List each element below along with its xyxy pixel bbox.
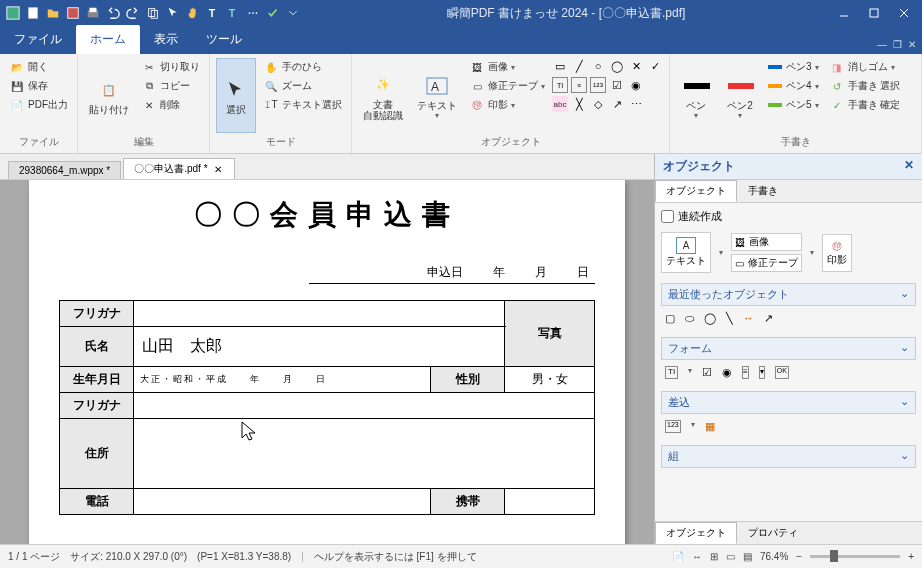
side-tab-object[interactable]: オブジェクト	[655, 180, 737, 202]
qat-dropdown-icon[interactable]	[284, 4, 302, 22]
qat-text2-icon[interactable]: T	[224, 4, 242, 22]
dimline-icon[interactable]: ↔	[743, 312, 754, 325]
form-combo-icon[interactable]: ▾	[759, 366, 765, 379]
sp-btab-property[interactable]: プロパティ	[737, 522, 809, 544]
oval-icon[interactable]: ⬭	[685, 312, 694, 325]
qat-open-icon[interactable]	[44, 4, 62, 22]
circle-icon[interactable]: ◯	[704, 312, 716, 325]
qat-more-icon[interactable]	[244, 4, 262, 22]
doc-tab-1[interactable]: 29380664_m.wppx *	[8, 161, 121, 179]
status-icon3[interactable]: ⊞	[710, 551, 718, 562]
qat-print-icon[interactable]	[84, 4, 102, 22]
qat-app-icon[interactable]	[4, 4, 22, 22]
pdfout-button[interactable]: 📄PDF出力	[6, 96, 71, 114]
copy-button[interactable]: ⧉コピー	[138, 77, 203, 95]
sp-section-group[interactable]: 組⌄	[661, 445, 916, 468]
maximize-button[interactable]	[860, 3, 888, 23]
highlight-icon[interactable]: abc	[552, 96, 568, 112]
line-icon[interactable]: ╲	[726, 312, 733, 325]
text-button[interactable]: Aテキスト▾	[412, 58, 462, 133]
arrow-icon[interactable]: ↗	[609, 96, 625, 112]
qat-undo-icon[interactable]	[104, 4, 122, 22]
shape-circle-icon[interactable]: ◯	[609, 58, 625, 74]
menu-tool[interactable]: ツール	[192, 25, 256, 54]
qat-copy-icon[interactable]	[144, 4, 162, 22]
name-value[interactable]: 山田 太郎	[134, 327, 505, 367]
autorecog-button[interactable]: ✨文書 自動認識	[358, 58, 408, 133]
mdi-restore-icon[interactable]: ❐	[893, 39, 902, 50]
strike-icon[interactable]: ◇	[590, 96, 606, 112]
eraser-button[interactable]: ◨消しゴム▾	[826, 58, 904, 76]
sp-btab-object[interactable]: オブジェクト	[655, 522, 737, 544]
arrow-icon[interactable]: ↗	[764, 312, 773, 325]
paste-button[interactable]: 📋貼り付け	[84, 58, 134, 133]
shape-cross-icon[interactable]: ✕	[628, 58, 644, 74]
status-icon1[interactable]: 📄	[672, 551, 684, 562]
zoom-out-icon[interactable]: −	[796, 551, 802, 562]
zoom-button[interactable]: 🔍ズーム	[260, 77, 345, 95]
delete-button[interactable]: ✕削除	[138, 96, 203, 114]
underline-icon[interactable]: ╳	[571, 96, 587, 112]
pen1-button[interactable]: ペン▾	[676, 58, 716, 133]
sp-section-form[interactable]: フォーム⌄	[661, 337, 916, 360]
sp-image-button[interactable]: 🖼画像	[731, 233, 802, 251]
pen2-button[interactable]: ペン2▾	[720, 58, 760, 133]
image-button[interactable]: 🖼画像▾	[466, 58, 548, 76]
panel-close-icon[interactable]: ✕	[904, 158, 914, 175]
mdi-close-icon[interactable]: ✕	[908, 39, 916, 50]
canvas[interactable]: 〇〇会員申込書 申込日 年 月 日 フリガナ写真 氏名山田 太郎 生年月日大正・…	[0, 180, 654, 544]
sp-text-button[interactable]: Aテキスト	[661, 232, 711, 273]
select-button[interactable]: 選択	[216, 58, 256, 133]
stamp-button[interactable]: ㊞印影▾	[466, 96, 548, 114]
status-icon2[interactable]: ↔	[692, 551, 702, 562]
qat-check-icon[interactable]	[264, 4, 282, 22]
shape-oval-icon[interactable]: ○	[590, 58, 606, 74]
shape-check-icon[interactable]: ✓	[647, 58, 663, 74]
qat-hand-icon[interactable]	[184, 4, 202, 22]
minimize-button[interactable]	[830, 3, 858, 23]
qat-save-icon[interactable]	[64, 4, 82, 22]
form-radio-icon[interactable]: ◉	[722, 366, 732, 379]
dropdown-icon[interactable]: ▾	[719, 248, 723, 257]
tape-button[interactable]: ▭修正テープ▾	[466, 77, 548, 95]
side-tab-handwrite[interactable]: 手書き	[737, 180, 789, 202]
others-icon[interactable]: ⋯	[628, 96, 644, 112]
form-btn-icon[interactable]: OK	[775, 366, 789, 379]
sp-tape-button[interactable]: ▭修正テープ	[731, 254, 802, 272]
sp-stamp-button[interactable]: ㊞印影	[822, 234, 852, 272]
zoom-in-icon[interactable]: +	[908, 551, 914, 562]
menu-view[interactable]: 表示	[140, 25, 192, 54]
hand-button[interactable]: ✋手のひら	[260, 58, 345, 76]
sp-section-recent[interactable]: 最近使ったオブジェクト⌄	[661, 283, 916, 306]
open-button[interactable]: 📂開く	[6, 58, 71, 76]
mdi-minimize-icon[interactable]: —	[877, 39, 887, 50]
status-zoom[interactable]: 76.4%	[760, 551, 788, 562]
qat-pointer-icon[interactable]	[164, 4, 182, 22]
input-num-icon[interactable]: 123	[590, 77, 606, 93]
input-cb-icon[interactable]: ☑	[609, 77, 625, 93]
shape-rect-icon[interactable]: ▭	[552, 58, 568, 74]
doc-tab-2[interactable]: 〇〇申込書.pdf *✕	[123, 158, 234, 179]
close-button[interactable]	[890, 3, 918, 23]
form-list-icon[interactable]: ≡	[742, 366, 749, 379]
status-icon4[interactable]: ▭	[726, 551, 735, 562]
close-icon[interactable]: ✕	[214, 164, 224, 174]
cut-button[interactable]: ✂切り取り	[138, 58, 203, 76]
qat-redo-icon[interactable]	[124, 4, 142, 22]
qat-text-icon[interactable]: T	[204, 4, 222, 22]
save-button[interactable]: 💾保存	[6, 77, 71, 95]
input-radio-icon[interactable]: ◉	[628, 77, 644, 93]
pen4-button[interactable]: ペン4▾	[764, 77, 822, 95]
insert-table-icon[interactable]: ▦	[705, 420, 715, 433]
shape-line-icon[interactable]: ╱	[571, 58, 587, 74]
input-multi-icon[interactable]: ≡	[571, 77, 587, 93]
qat-new-icon[interactable]	[24, 4, 42, 22]
roundrect-icon[interactable]: ▢	[665, 312, 675, 325]
hw-fix-button[interactable]: ✓手書き 確定	[826, 96, 904, 114]
form-text-icon[interactable]: TI	[665, 366, 678, 379]
menu-file[interactable]: ファイル	[0, 25, 76, 54]
form-cb-icon[interactable]: ☑	[702, 366, 712, 379]
input-text-icon[interactable]: TI	[552, 77, 568, 93]
menu-home[interactable]: ホーム	[76, 25, 140, 54]
pen3-button[interactable]: ペン3▾	[764, 58, 822, 76]
